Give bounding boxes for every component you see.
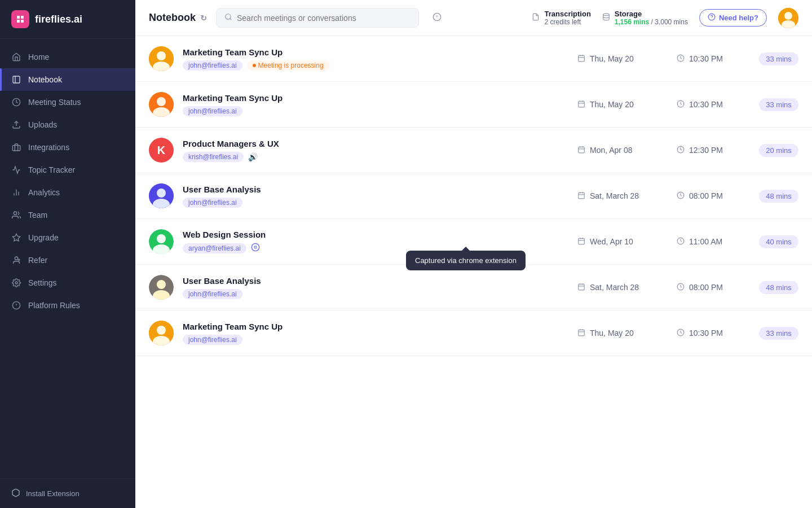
sidebar-item-upgrade[interactable]: Upgrade bbox=[0, 226, 135, 249]
meeting-info: Product Managers & UX krish@fireflies.ai… bbox=[183, 139, 568, 162]
time-value: 10:30 PM bbox=[689, 100, 723, 109]
home-label: Home bbox=[28, 52, 49, 62]
avatar bbox=[149, 92, 174, 117]
integrations-label: Integrations bbox=[28, 143, 69, 152]
table-row[interactable]: User Base Analysis john@fireflies.ai Sat… bbox=[135, 265, 812, 310]
svg-rect-4 bbox=[12, 146, 20, 151]
meeting-meta: john@fireflies.ai bbox=[183, 289, 568, 299]
chrome-extension-icon[interactable] bbox=[251, 243, 260, 253]
sidebar-item-home[interactable]: Home bbox=[0, 46, 135, 68]
sidebar-item-meeting-status[interactable]: Meeting Status bbox=[0, 91, 135, 113]
meeting-title: Web Design Session bbox=[183, 230, 568, 239]
main-content: Notebook ↻ Transcription 2 credits left bbox=[135, 0, 812, 508]
analytics-icon bbox=[11, 187, 21, 198]
topbar: Notebook ↻ Transcription 2 credits left bbox=[135, 0, 812, 36]
table-row[interactable]: Marketing Team Sync Up john@fireflies.ai… bbox=[135, 36, 812, 82]
topbar-right: Transcription 2 credits left Storage 1,1… bbox=[532, 8, 798, 28]
meeting-meta: aryan@fireflies.ai bbox=[183, 243, 568, 253]
nav-items: Home Notebook Meeting Status Uploads Int… bbox=[0, 39, 135, 479]
meeting-time: 10:30 PM bbox=[677, 100, 750, 110]
transcription-label: Transcription bbox=[544, 10, 590, 18]
sidebar-item-platform-rules[interactable]: Platform Rules bbox=[0, 294, 135, 317]
svg-point-17 bbox=[226, 14, 231, 19]
avatar bbox=[149, 229, 174, 254]
svg-rect-39 bbox=[579, 101, 585, 107]
meeting-date: Thu, May 20 bbox=[577, 54, 668, 64]
clock-icon bbox=[677, 237, 685, 247]
analytics-label: Analytics bbox=[28, 188, 60, 197]
clock-icon bbox=[677, 329, 685, 338]
storage-label: Storage bbox=[615, 10, 688, 18]
table-row[interactable]: Marketing Team Sync Up john@fireflies.ai… bbox=[135, 82, 812, 128]
sidebar-item-analytics[interactable]: Analytics bbox=[0, 181, 135, 204]
meeting-title: Product Managers & UX bbox=[183, 139, 568, 148]
need-help-icon bbox=[708, 13, 716, 23]
calendar-icon bbox=[577, 283, 585, 292]
meeting-status-icon bbox=[11, 97, 21, 107]
svg-point-13 bbox=[15, 282, 17, 284]
search-box[interactable] bbox=[216, 8, 419, 28]
sidebar-item-notebook[interactable]: Notebook bbox=[0, 68, 135, 91]
table-row[interactable]: User Base Analysis john@fireflies.ai Sat… bbox=[135, 173, 812, 219]
calendar-icon bbox=[577, 100, 585, 110]
table-row[interactable]: Marketing Team Sync Up john@fireflies.ai… bbox=[135, 310, 812, 356]
meeting-status-label: Meeting Status bbox=[28, 98, 81, 107]
info-icon[interactable] bbox=[433, 12, 442, 24]
table-row[interactable]: Web Design Session aryan@fireflies.ai We… bbox=[135, 219, 812, 265]
meeting-meta: john@fireflies.ai Meeting is processing bbox=[183, 60, 568, 71]
meeting-time: 10:30 PM bbox=[677, 54, 750, 64]
meeting-date: Thu, May 20 bbox=[577, 329, 668, 338]
svg-point-58 bbox=[157, 234, 166, 243]
email-badge: john@fireflies.ai bbox=[183, 60, 242, 71]
avatar bbox=[149, 183, 174, 208]
avatar bbox=[149, 321, 174, 345]
table-row[interactable]: K Product Managers & UX krish@fireflies.… bbox=[135, 128, 812, 173]
refresh-icon[interactable]: ↻ bbox=[200, 14, 207, 23]
svg-point-26 bbox=[784, 12, 792, 20]
sidebar-logo[interactable]: fireflies.ai bbox=[0, 0, 135, 39]
avatar bbox=[149, 46, 174, 71]
transcription-info: Transcription 2 credits left bbox=[532, 10, 590, 26]
user-avatar[interactable] bbox=[778, 8, 798, 28]
integrations-icon bbox=[11, 142, 21, 152]
meeting-info: Marketing Team Sync Up john@fireflies.ai bbox=[183, 93, 568, 116]
svg-line-18 bbox=[230, 19, 232, 20]
sidebar-item-integrations[interactable]: Integrations bbox=[0, 136, 135, 159]
sidebar-item-settings[interactable]: Settings bbox=[0, 271, 135, 294]
calendar-icon bbox=[577, 329, 585, 338]
calendar-icon bbox=[577, 54, 585, 64]
calendar-icon bbox=[577, 146, 585, 155]
platform-rules-icon bbox=[11, 300, 21, 310]
duration-badge: 40 mins bbox=[759, 235, 798, 248]
sidebar-item-uploads[interactable]: Uploads bbox=[0, 113, 135, 136]
duration-badge: 33 mins bbox=[759, 327, 798, 340]
time-value: 12:30 PM bbox=[689, 146, 723, 155]
time-value: 08:00 PM bbox=[689, 191, 723, 200]
sidebar-item-team[interactable]: Team bbox=[0, 204, 135, 226]
svg-point-75 bbox=[157, 326, 166, 335]
meeting-meta: john@fireflies.ai bbox=[183, 198, 568, 208]
storage-info: Storage 1,156 mins / 3,000 mins bbox=[602, 10, 688, 26]
storage-total: 3,000 mins bbox=[655, 18, 688, 26]
need-help-button[interactable]: Need help? bbox=[699, 9, 767, 27]
time-value: 08:00 PM bbox=[689, 283, 723, 292]
need-help-label: Need help? bbox=[719, 14, 758, 22]
svg-point-67 bbox=[157, 280, 166, 289]
meeting-time: 12:30 PM bbox=[677, 146, 750, 155]
svg-point-50 bbox=[157, 189, 166, 198]
sidebar-item-topic-tracker[interactable]: Topic Tracker bbox=[0, 159, 135, 181]
svg-point-8 bbox=[14, 212, 16, 214]
notebook-label: Notebook bbox=[28, 75, 62, 84]
install-extension-button[interactable]: Install Extension bbox=[0, 479, 135, 508]
sidebar: fireflies.ai Home Notebook Meeting Statu… bbox=[0, 0, 135, 508]
upgrade-icon bbox=[11, 233, 21, 243]
sidebar-item-refer[interactable]: Refer bbox=[0, 249, 135, 271]
meeting-date: Sat, March 28 bbox=[577, 191, 668, 201]
calendar-icon bbox=[577, 237, 585, 247]
search-input[interactable] bbox=[237, 14, 411, 23]
clock-icon bbox=[677, 283, 685, 292]
page-title: Notebook ↻ bbox=[149, 12, 207, 24]
email-badge: aryan@fireflies.ai bbox=[183, 243, 246, 253]
topic-tracker-icon bbox=[11, 165, 21, 175]
svg-marker-9 bbox=[12, 234, 20, 241]
